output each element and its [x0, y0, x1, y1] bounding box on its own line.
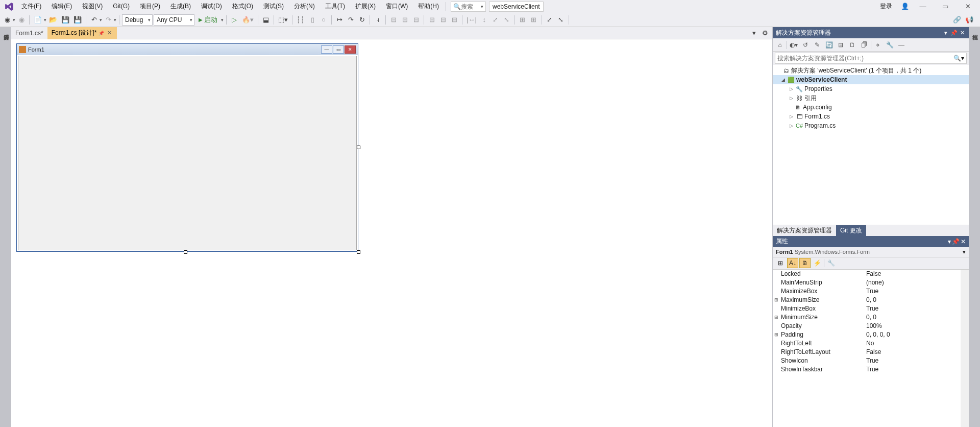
redo-icon[interactable]: ↷: [103, 14, 113, 26]
form-client-area[interactable]: [18, 56, 357, 250]
space-v-icon[interactable]: ↕: [479, 14, 489, 26]
property-row[interactable]: RightToLeftLayout False: [773, 348, 961, 357]
menu-edit[interactable]: 编辑(E): [46, 0, 77, 13]
btab-git[interactable]: Git 更改: [836, 225, 866, 236]
tree-project[interactable]: ◢ 🟩 webServiceClient: [773, 75, 969, 84]
align-split-icon[interactable]: ┇┇: [295, 14, 306, 26]
save-all-icon[interactable]: 💾: [72, 14, 83, 26]
start-nodebug-icon[interactable]: ▷: [229, 14, 239, 26]
property-value[interactable]: 0, 0, 0, 0: [864, 331, 961, 338]
property-row[interactable]: ⊞ Padding 0, 0, 0, 0: [773, 330, 961, 339]
property-pages-icon[interactable]: 🔧: [825, 258, 837, 268]
size-icon-2[interactable]: ⤡: [502, 14, 512, 26]
property-value[interactable]: True: [864, 288, 961, 295]
tree-references[interactable]: ▷ ⛓ 引用: [773, 93, 969, 103]
property-value[interactable]: False: [864, 270, 961, 277]
wrench-icon[interactable]: 🔧: [885, 40, 895, 50]
platform-combo[interactable]: Any CPU: [154, 14, 194, 26]
menu-project[interactable]: 项目(P): [135, 0, 165, 13]
copy-icon[interactable]: 🗍: [859, 40, 869, 50]
tab-menu-icon[interactable]: ▾: [749, 28, 759, 39]
property-value[interactable]: False: [864, 348, 961, 355]
solution-tree[interactable]: 🗂 解决方案 'webServiceClient' (1 个项目，共 1 个) …: [773, 65, 969, 225]
chevron-down-icon[interactable]: ▾: [963, 249, 966, 255]
layout-icon-1[interactable]: ⫞: [373, 14, 383, 26]
property-row[interactable]: Locked False: [773, 270, 961, 278]
tb-icon-1[interactable]: ⬓: [261, 14, 271, 26]
property-row[interactable]: Opacity 100%: [773, 322, 961, 330]
align-icon-1[interactable]: ▯: [307, 14, 317, 26]
expander-icon[interactable]: ▷: [788, 96, 794, 101]
menu-debug[interactable]: 调试(D): [196, 0, 227, 13]
ellipsis-icon[interactable]: —: [896, 40, 906, 50]
pen-icon[interactable]: ✎: [812, 40, 822, 50]
zoom-icon-2[interactable]: ⤡: [556, 14, 566, 26]
expander-icon[interactable]: ▷: [788, 123, 794, 128]
pin-icon[interactable]: 📌: [99, 31, 104, 36]
attach-icon[interactable]: 🔥▾: [240, 14, 255, 26]
collapse-icon[interactable]: ⊟: [836, 40, 846, 50]
menu-test[interactable]: 测试(S): [258, 0, 289, 13]
property-row[interactable]: RightToLeft No: [773, 339, 961, 348]
panel-close-icon[interactable]: ✕: [961, 238, 966, 245]
menu-git[interactable]: Git(G): [108, 0, 135, 13]
open-icon[interactable]: 📂: [47, 14, 59, 26]
resize-handle-se[interactable]: [357, 250, 360, 254]
space-h-icon[interactable]: |↔|: [465, 14, 478, 26]
properties-selected-object[interactable]: Form1 System.Windows.Forms.Form ▾: [773, 247, 969, 257]
maximize-button[interactable]: ▭: [935, 0, 955, 13]
menu-tools[interactable]: 工具(T): [320, 0, 350, 13]
close-tab-icon[interactable]: ✕: [106, 30, 113, 36]
tab-order-icon[interactable]: ⊞: [518, 14, 528, 26]
property-row[interactable]: MaximizeBox True: [773, 287, 961, 296]
global-search-input[interactable]: [461, 3, 481, 10]
expander-icon[interactable]: ⊞: [773, 297, 780, 302]
form-selection[interactable]: Form1 — ▭ ✕: [16, 43, 358, 252]
size-icon-1[interactable]: ⤢: [491, 14, 501, 26]
menu-extensions[interactable]: 扩展(X): [350, 0, 381, 13]
menu-analyze[interactable]: 分析(N): [289, 0, 320, 13]
new-item-icon[interactable]: 📄: [32, 14, 43, 26]
start-debug-button[interactable]: 启动: [195, 14, 220, 26]
btab-explorer[interactable]: 解决方案资源管理器: [773, 225, 836, 236]
property-row[interactable]: MinimizeBox True: [773, 304, 961, 313]
solution-label[interactable]: webServiceClient: [489, 2, 544, 12]
align-right-icon[interactable]: ⊟: [411, 14, 421, 26]
expander-icon[interactable]: ⊞: [773, 332, 780, 337]
panel-close-icon[interactable]: ✕: [959, 30, 966, 36]
save-icon[interactable]: 💾: [60, 14, 71, 26]
menu-build[interactable]: 生成(B): [165, 0, 196, 13]
property-row[interactable]: MainMenuStrip (none): [773, 278, 961, 287]
showall-icon[interactable]: 🗋: [847, 40, 857, 50]
property-value[interactable]: True: [864, 366, 961, 373]
panel-pin-icon[interactable]: 📌: [952, 238, 960, 245]
menu-help[interactable]: 帮助(H): [413, 0, 444, 13]
panel-dropdown-icon[interactable]: ▾: [948, 238, 951, 245]
tree-properties[interactable]: ▷ 🔧 Properties: [773, 84, 969, 93]
home-icon[interactable]: ⌂: [775, 40, 785, 50]
tree-form1[interactable]: ▷ 🗔 Form1.cs: [773, 112, 969, 121]
align-top-icon[interactable]: ⊟: [427, 14, 437, 26]
feedback-icon[interactable]: 📢: [964, 14, 975, 26]
left-sidetab-server[interactable]: 服务器资源: [0, 27, 11, 33]
undo-icon[interactable]: ↶: [89, 14, 99, 26]
zoom-icon-1[interactable]: ⤢: [545, 14, 555, 26]
alphabetical-icon[interactable]: A↓: [787, 258, 798, 268]
step-icon-3[interactable]: ↻: [357, 14, 367, 26]
code-icon[interactable]: ⋄: [873, 40, 883, 50]
align-center-icon[interactable]: ⊟: [400, 14, 410, 26]
property-row[interactable]: ShowInTaskbar True: [773, 365, 961, 374]
right-sidetab-props[interactable]: 属性框: [969, 27, 980, 33]
close-window-button[interactable]: ✕: [958, 0, 978, 13]
tree-solution-root[interactable]: 🗂 解决方案 'webServiceClient' (1 个项目，共 1 个): [773, 66, 969, 75]
properties-scrollbar[interactable]: [961, 270, 969, 428]
menu-window[interactable]: 窗口(W): [381, 0, 413, 13]
menu-view[interactable]: 视图(V): [77, 0, 108, 13]
tab-gear-icon[interactable]: ⚙: [760, 28, 770, 39]
property-row[interactable]: ⊞ MinimumSize 0, 0: [773, 313, 961, 322]
sync-icon[interactable]: ↺: [800, 40, 811, 50]
tab-order-icon-2[interactable]: ⊞: [529, 14, 539, 26]
property-value[interactable]: 100%: [864, 322, 961, 329]
properties-grid[interactable]: Locked False MainMenuStrip (none) Maximi…: [773, 270, 961, 428]
tree-appconfig[interactable]: 🗎 App.config: [773, 103, 969, 112]
